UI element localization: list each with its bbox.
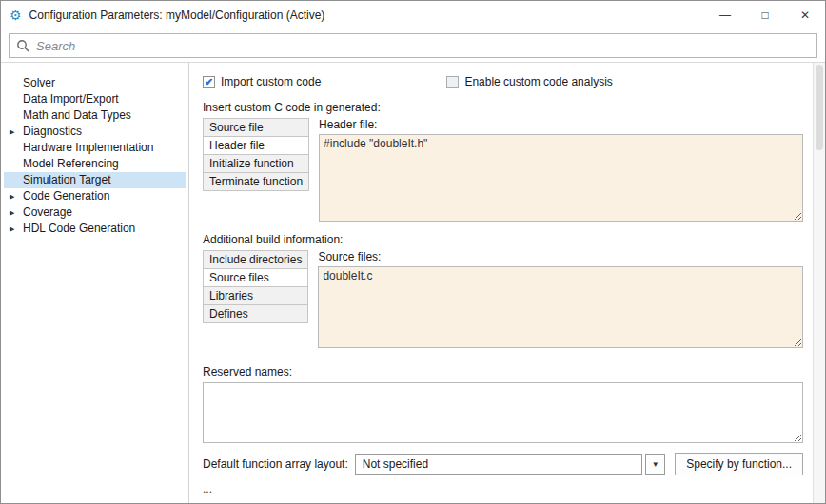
reserved-names-textarea[interactable] xyxy=(203,382,803,443)
tab-source-file[interactable]: Source file xyxy=(203,118,309,137)
header-file-textarea[interactable]: #include "doubleIt.h" xyxy=(319,134,803,222)
function-array-layout-label: Default function array layout: xyxy=(203,457,348,471)
search-box[interactable] xyxy=(9,33,817,58)
sidebar-item-hardware-implementation[interactable]: Hardware Implementation xyxy=(4,140,186,156)
vertical-scrollbar[interactable] xyxy=(813,63,825,503)
app-gear-icon: ⚙ xyxy=(10,9,22,22)
insert-section-tabs: Source file Header file Initialize funct… xyxy=(203,118,309,191)
minimize-button[interactable]: — xyxy=(705,1,745,29)
expand-arrow-icon[interactable] xyxy=(10,204,19,221)
tab-libraries[interactable]: Libraries xyxy=(203,286,308,305)
sidebar-item-diagnostics[interactable]: Diagnostics xyxy=(4,124,186,140)
sidebar-item-label: Hardware Implementation xyxy=(23,141,153,154)
sidebar-item-math-and-data-types[interactable]: Math and Data Types xyxy=(4,107,186,124)
header-file-label: Header file: xyxy=(319,118,803,131)
combobox-selected-value: Not specified xyxy=(363,457,428,471)
sidebar-item-label: Diagnostics xyxy=(23,125,82,138)
sidebar-item-hdl-code-generation[interactable]: HDL Code Generation xyxy=(4,221,186,237)
expand-arrow-icon[interactable] xyxy=(10,124,19,140)
checkbox-label: Enable custom code analysis xyxy=(464,75,612,88)
sidebar-item-label: Code Generation xyxy=(23,189,109,203)
sidebar-item-label: HDL Code Generation xyxy=(23,222,135,235)
specify-by-function-button[interactable]: Specify by function... xyxy=(675,453,803,475)
title-bar: ⚙ Configuration Parameters: myModel/Conf… xyxy=(1,1,825,29)
maximize-button[interactable]: □ xyxy=(745,1,785,29)
tab-initialize-function[interactable]: Initialize function xyxy=(203,154,309,173)
import-custom-code-checkbox[interactable]: Import custom code xyxy=(203,75,321,88)
checkbox-unchecked-icon xyxy=(446,76,459,88)
tab-header-file[interactable]: Header file xyxy=(203,136,309,155)
source-files-textarea[interactable]: doubleIt.c xyxy=(318,266,803,348)
close-button[interactable]: ✕ xyxy=(785,1,825,29)
sidebar-item-label: Simulation Target xyxy=(23,173,111,186)
tab-terminate-function[interactable]: Terminate function xyxy=(203,172,309,191)
window-title: Configuration Parameters: myModel/Config… xyxy=(30,9,325,22)
sidebar-item-simulation-target[interactable]: Simulation Target xyxy=(4,172,186,188)
dialog-body: Solver Data Import/Export Math and Data … xyxy=(1,63,825,503)
function-array-layout-row: Default function array layout: Not speci… xyxy=(203,453,803,475)
more-content-indicator: ... xyxy=(203,482,803,495)
enable-custom-code-analysis-checkbox[interactable]: Enable custom code analysis xyxy=(446,75,612,88)
sidebar-item-solver[interactable]: Solver xyxy=(4,75,186,91)
dropdown-arrow-button[interactable] xyxy=(645,454,665,475)
search-input[interactable] xyxy=(36,39,810,53)
source-files-field: Source files: doubleIt.c xyxy=(318,250,803,348)
sidebar-item-label: Solver xyxy=(23,76,55,89)
sidebar-item-label: Coverage xyxy=(23,205,72,219)
configuration-parameters-window: ⚙ Configuration Parameters: myModel/Conf… xyxy=(0,0,826,504)
checkbox-row: Import custom code Enable custom code an… xyxy=(203,74,803,89)
reserved-names-label: Reserved names: xyxy=(203,365,803,378)
expand-arrow-icon[interactable] xyxy=(10,221,19,237)
insert-section: Source file Header file Initialize funct… xyxy=(203,118,803,222)
scrollbar-thumb[interactable] xyxy=(816,65,823,150)
sidebar-item-code-generation[interactable]: Code Generation xyxy=(4,188,186,204)
sidebar-item-label: Math and Data Types xyxy=(23,108,131,122)
window-controls: — □ ✕ xyxy=(705,1,825,29)
header-file-field: Header file: #include "doubleIt.h" xyxy=(319,118,803,222)
sidebar-item-model-referencing[interactable]: Model Referencing xyxy=(4,156,186,172)
checkbox-checked-icon xyxy=(203,76,215,88)
build-section-tabs: Include directories Source files Librari… xyxy=(203,250,308,323)
sidebar-item-coverage[interactable]: Coverage xyxy=(4,204,186,221)
source-files-label: Source files: xyxy=(318,250,803,263)
search-bar xyxy=(1,29,825,63)
default-function-array-layout-combobox[interactable]: Not specified xyxy=(355,454,643,475)
category-sidebar: Solver Data Import/Export Math and Data … xyxy=(1,63,189,503)
expand-arrow-icon[interactable] xyxy=(10,188,19,204)
simulation-target-panel: Import custom code Enable custom code an… xyxy=(189,63,813,503)
search-icon xyxy=(16,39,30,52)
tab-defines[interactable]: Defines xyxy=(203,304,308,323)
build-section: Include directories Source files Librari… xyxy=(203,250,803,348)
build-section-label: Additional build information: xyxy=(203,233,803,246)
tab-include-directories[interactable]: Include directories xyxy=(203,250,308,269)
insert-section-label: Insert custom C code in generated: xyxy=(203,101,803,114)
sidebar-item-data-import-export[interactable]: Data Import/Export xyxy=(4,91,186,107)
tab-source-files[interactable]: Source files xyxy=(203,268,308,287)
sidebar-item-label: Model Referencing xyxy=(23,157,119,170)
sidebar-item-label: Data Import/Export xyxy=(23,92,119,106)
checkbox-label: Import custom code xyxy=(221,75,321,88)
